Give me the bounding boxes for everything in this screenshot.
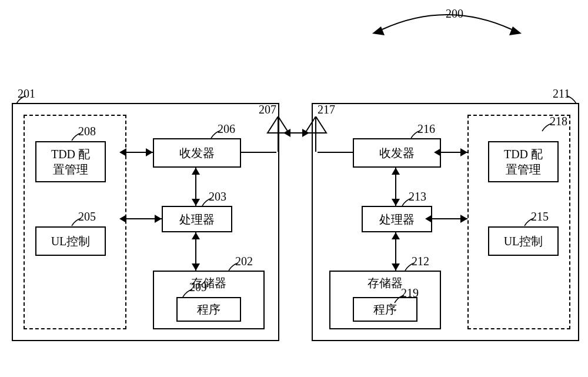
ah	[302, 129, 309, 137]
block-left-processor-leader	[201, 198, 219, 209]
block-left-program: 程序	[176, 297, 241, 322]
block-right-ul: UL控制	[488, 226, 559, 256]
antenna-left-ref: 207	[259, 103, 276, 116]
ah	[392, 263, 400, 271]
block-left-transceiver-leader	[210, 130, 228, 142]
block-right-memory-leader	[404, 262, 422, 274]
ah	[119, 215, 126, 223]
module-right-dashed-leader	[541, 123, 559, 135]
ah	[460, 215, 467, 223]
conn-l-trans-ant	[241, 152, 276, 153]
module-left-leader	[15, 95, 33, 107]
block-right-transceiver: 收发器	[353, 138, 441, 168]
block-left-transceiver: 收发器	[153, 138, 241, 168]
block-right-processor-leader	[401, 198, 419, 209]
ah	[192, 232, 200, 239]
ah	[425, 215, 432, 223]
ah	[192, 263, 200, 271]
ah	[392, 168, 400, 175]
module-right-leader	[560, 95, 577, 107]
svg-marker-0	[372, 26, 385, 35]
block-left-ul: UL控制	[35, 226, 106, 256]
block-right-tdd: TDD 配 置管理	[488, 141, 559, 182]
block-right-program-leader	[393, 295, 411, 306]
system-ref-arrow	[370, 12, 523, 76]
ah	[460, 148, 467, 156]
ah	[283, 129, 290, 137]
block-left-processor: 处理器	[162, 206, 232, 232]
svg-marker-1	[509, 26, 522, 35]
conn-antennas	[289, 132, 303, 134]
block-left-program-leader	[182, 289, 199, 301]
block-right-processor: 处理器	[362, 206, 432, 232]
ah	[392, 232, 400, 239]
conn-r-ant-trans	[318, 152, 353, 153]
block-left-ul-leader	[71, 218, 88, 229]
antenna-right-ref: 217	[318, 103, 335, 116]
block-left-tdd: TDD 配 置管理	[35, 141, 106, 182]
ah	[392, 199, 400, 206]
ah	[192, 168, 200, 175]
ah	[192, 199, 200, 206]
block-left-tdd-leader	[71, 132, 88, 144]
system-diagram: 200 201 TDD 配 置管理 208 UL控制 205 收发器 206 处…	[0, 0, 588, 377]
ah	[146, 148, 153, 156]
ah	[119, 148, 126, 156]
block-right-transceiver-leader	[410, 130, 427, 142]
ah	[155, 215, 162, 223]
block-left-memory-leader	[228, 262, 245, 274]
ah	[434, 148, 441, 156]
block-right-ul-leader	[523, 218, 541, 229]
